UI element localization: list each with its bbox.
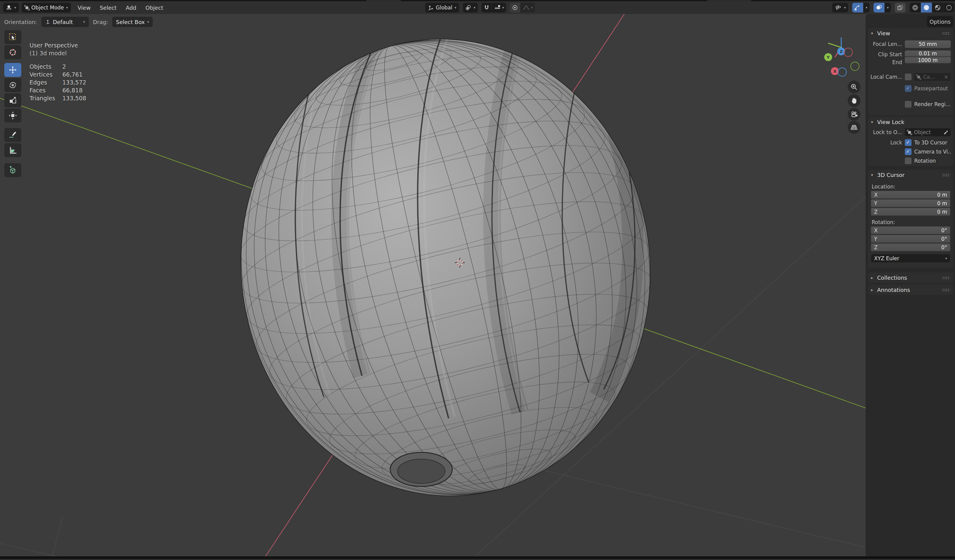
tool-select-box[interactable] [4, 30, 21, 44]
cursor-rotation-x-field[interactable]: X0° [871, 227, 950, 234]
shading-wireframe-button[interactable] [910, 3, 921, 13]
options-button[interactable]: Options [927, 16, 953, 27]
orientation-axes-icon [428, 5, 434, 10]
scene-3d-model [0, 14, 955, 556]
clip-end-label: End [870, 58, 902, 66]
solid-sphere-icon [923, 4, 930, 11]
menu-select[interactable]: Select [100, 5, 117, 11]
lock-to-3d-cursor-checkbox[interactable] [905, 139, 911, 146]
panel-collections-header[interactable]: ▸ Collections [868, 272, 953, 283]
tool-add-cube[interactable] [4, 163, 21, 177]
cursor-rotation-y-field[interactable]: Y0° [871, 235, 950, 242]
panel-drag-grip[interactable] [942, 288, 950, 291]
local-camera-label: Local Cam... [870, 74, 905, 80]
gizmo-axis-x-neg[interactable] [844, 48, 853, 57]
drag-dropdown[interactable]: Select Box ▾ [112, 17, 153, 27]
mode-dropdown[interactable]: Object Mode ▾ [22, 3, 71, 13]
panel-view-lock-header[interactable]: ▾ View Lock [868, 117, 953, 127]
panel-3d-cursor-header[interactable]: ▾ 3D Cursor [868, 170, 953, 180]
transform-orientation-dropdown[interactable]: Global ▾ [425, 3, 459, 13]
tool-measure[interactable] [4, 143, 21, 157]
render-region-checkbox[interactable] [905, 101, 911, 108]
tool-move[interactable] [4, 63, 21, 77]
orientation-value: Global [436, 5, 452, 11]
camera-to-view-checkbox[interactable] [905, 149, 911, 155]
3d-viewport-editor-icon [6, 5, 12, 11]
visibility-dropdown[interactable]: ▾ [832, 3, 848, 13]
chevron-down-icon: ▾ [502, 6, 504, 9]
clip-end-field[interactable]: 1000 m [905, 57, 951, 63]
pan-view-button[interactable] [848, 94, 860, 107]
cursor-location-y-field[interactable]: Y0 m [871, 199, 950, 207]
gizmo-axis-z-neg[interactable] [838, 67, 847, 77]
timeline-editor-edge [0, 559, 955, 560]
tool-annotate[interactable] [4, 128, 21, 142]
cursor-location-z-field[interactable]: Z0 m [871, 208, 950, 216]
snap-toggle[interactable] [481, 3, 492, 13]
shading-rendered-button[interactable] [943, 3, 954, 13]
panel-drag-grip[interactable] [942, 32, 950, 34]
local-camera-object-field[interactable]: Ca... × [914, 73, 951, 81]
menu-object[interactable]: Object [146, 5, 163, 11]
gizmo-controls: ▾ [852, 3, 869, 13]
panel-3d-cursor: ▾ 3D Cursor Location: X0 m Y0 m Z0 m Rot… [868, 170, 953, 268]
tool-cursor[interactable] [4, 45, 21, 59]
panel-view-header[interactable]: ▾ View [868, 28, 953, 38]
eyedropper-icon[interactable] [944, 130, 948, 135]
chevron-down-icon: ▾ [474, 6, 475, 9]
focal-length-field[interactable]: 50 mm [905, 41, 951, 48]
pivot-point-dropdown[interactable]: ▾ [463, 3, 478, 13]
stat-row: Objects2 [30, 63, 86, 71]
shading-solid-button[interactable] [921, 3, 932, 13]
model-silhouette [218, 19, 673, 516]
gizmo-axis-y-neg[interactable] [850, 62, 860, 71]
proportional-edit-controls: ▾ [510, 3, 535, 13]
overlays-dropdown[interactable]: ▾ [885, 3, 891, 13]
gizmo-dropdown[interactable]: ▾ [863, 3, 869, 13]
viewport-canvas[interactable]: Orientation: Default ▾ Drag: Select Box … [0, 14, 955, 556]
passepartout-checkbox[interactable] [905, 85, 911, 92]
proportional-edit-toggle[interactable] [510, 3, 520, 13]
rotation-mode-dropdown[interactable]: XYZ Euler ▾ [871, 254, 950, 262]
panel-view: ▾ View Focal Len... 50 mm Clip Start End… [868, 28, 953, 116]
chevron-down-icon: ▾ [454, 6, 456, 9]
tool-scale[interactable] [4, 93, 21, 107]
cursor-location-x-field[interactable]: X0 m [871, 191, 950, 199]
camera-view-button[interactable] [848, 108, 860, 121]
camera-to-view-label: Camera to Vi... [914, 149, 951, 155]
cursor-rotation-z-field[interactable]: Z0° [871, 244, 950, 251]
gizmo-icon [854, 5, 861, 11]
menu-add[interactable]: Add [125, 5, 136, 11]
xray-toggle[interactable] [895, 3, 906, 13]
editor-type-button[interactable]: ▾ [3, 3, 19, 13]
drag-current: Select Box [116, 19, 145, 25]
lock-rotation-checkbox[interactable] [905, 158, 911, 164]
clip-start-label: Clip Start [870, 50, 902, 58]
orientation-dropdown[interactable]: Default ▾ [41, 17, 89, 27]
shading-material-button[interactable] [932, 3, 943, 13]
menu-view[interactable]: View [78, 5, 91, 11]
proportional-falloff-dropdown[interactable]: ▾ [520, 3, 535, 13]
zoom-view-button[interactable] [848, 81, 860, 93]
panel-drag-grip[interactable] [942, 174, 950, 176]
panel-title: Annotations [877, 287, 910, 293]
cursor-rotation-label: Rotation: [872, 219, 950, 225]
wireframe-sphere-icon [912, 4, 919, 11]
panel-drag-grip[interactable] [942, 276, 950, 279]
panel-annotations-header[interactable]: ▸ Annotations [868, 285, 953, 295]
show-gizmo-toggle[interactable] [852, 3, 863, 13]
lock-to-object-field[interactable]: Object [905, 128, 951, 136]
snap-with-dropdown[interactable]: ▾ [492, 3, 506, 13]
perspective-toggle-button[interactable] [848, 121, 860, 134]
view-name: User Perspective [30, 42, 86, 48]
viewport-stats-overlay: User Perspective (1) 3d model Objects2 V… [30, 42, 86, 103]
clip-start-field[interactable]: 0.01 m [905, 50, 951, 56]
gizmo-axis-y[interactable]: Y [824, 53, 832, 61]
clear-object-icon[interactable]: × [944, 74, 948, 80]
show-overlays-toggle[interactable] [874, 3, 885, 13]
local-camera-checkbox[interactable] [905, 74, 911, 80]
tool-transform[interactable] [4, 108, 21, 122]
orientation-current: Default [53, 19, 73, 25]
editor-divider[interactable] [0, 556, 955, 560]
tool-rotate[interactable] [4, 78, 21, 92]
